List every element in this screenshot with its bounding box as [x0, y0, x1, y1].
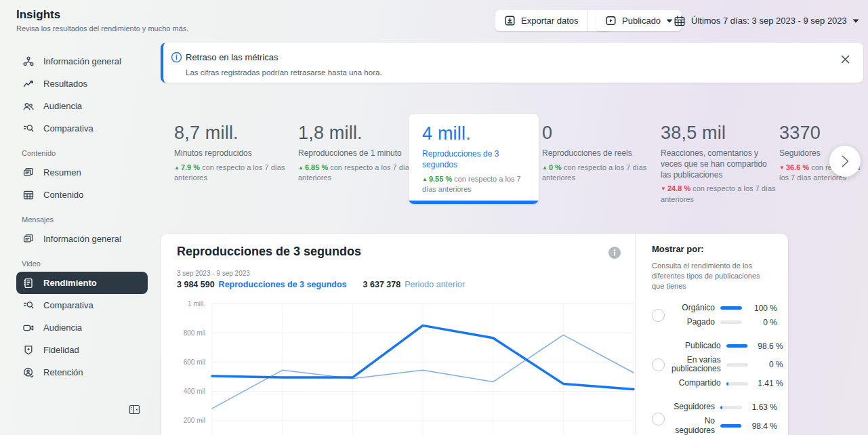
breakdown-row: Orgánico 100 % — [671, 304, 777, 313]
sidebar-item-label: Comparativa — [43, 123, 94, 133]
chart-card: Reproducciones de 3 segundos 3 sep 2023 … — [161, 234, 788, 435]
metric-delta: ▼24.8 % con respecto a los 7 días anteri… — [661, 184, 776, 205]
export-data-button[interactable]: Exportar datos — [495, 10, 587, 31]
breakdown-row: Publicado 98.6 % — [671, 341, 783, 351]
metric-card-reproducciones-reels[interactable]: 0 Reproducciones de reels ▲0 % con respe… — [542, 112, 657, 184]
delta-up-icon: ▲ — [298, 165, 304, 171]
row-percent: 0 % — [747, 318, 777, 327]
line-chart[interactable]: 1 mill.800 mil600 mil400 mil200 mil — [171, 298, 646, 435]
previous-total: 3 637 378 — [363, 280, 401, 289]
metrics-delay-alert: Retraso en las métricas Las cifras regis… — [161, 43, 863, 83]
show-by-group-publicado: Publicado 98.6 % En varias publicaciones… — [652, 341, 777, 389]
page-subtitle: Revisa los resultados del rendimiento y … — [16, 24, 188, 33]
percent-bar — [726, 344, 748, 348]
search-compare-icon — [22, 299, 35, 312]
breakdown-row: Compartido 1.41 % — [671, 379, 783, 388]
delta-down-icon: ▼ — [779, 165, 785, 171]
row-label: Compartido — [671, 379, 721, 388]
sidebar-item-label: Rendimiento — [43, 278, 97, 288]
sidebar-item-label: Información general — [43, 56, 121, 66]
page-title: Insights — [16, 8, 60, 22]
sidebar-item-rendimiento[interactable]: Rendimiento — [16, 272, 148, 294]
chart-title: Reproducciones de 3 segundos — [177, 245, 361, 259]
next-cards-button[interactable] — [829, 146, 861, 177]
svg-text:800 mil: 800 mil — [184, 329, 205, 337]
sidebar-item-label: Contenido — [43, 190, 83, 200]
percent-bar — [726, 363, 748, 367]
sidebar-item-resumen[interactable]: Resumen — [16, 161, 148, 184]
chart-date-range: 3 sep 2023 - 9 sep 2023 — [177, 270, 250, 277]
posts-icon — [22, 233, 35, 245]
current-total: 3 984 590 — [177, 280, 215, 289]
radio-publicado[interactable] — [652, 358, 665, 371]
metric-card-reproducciones-1-minuto[interactable]: 1,8 mill. Reproducciones de 1 minuto ▲6.… — [298, 112, 423, 184]
sidebar-item-audiencia-video[interactable]: Audiencia — [16, 316, 148, 339]
sidebar-item-comparativa-video[interactable]: Comparativa — [16, 294, 148, 316]
metric-value: 0 — [542, 123, 657, 144]
date-range-label: Últimos 7 días: 3 sep 2023 - 9 sep 2023 — [691, 16, 847, 26]
metric-delta: ▲9.55 % con respecto a los 7 días anteri… — [422, 174, 525, 195]
sidebar-item-informacion-general-mensajes[interactable]: Información general — [16, 228, 148, 250]
chevron-right-icon — [842, 155, 849, 167]
metric-card-reproducciones-3-segundos-selected[interactable]: 4 mill. Reproducciones de 3 segundos ▲9.… — [409, 114, 539, 204]
delta-up-icon: ▲ — [542, 165, 547, 171]
person-check-icon — [22, 367, 35, 379]
sidebar-item-audiencia[interactable]: Audiencia — [16, 95, 148, 117]
published-play-icon — [605, 15, 617, 26]
sidebar-item-retencion[interactable]: Retención — [16, 361, 148, 384]
posts-icon — [22, 167, 35, 179]
sidebar-item-fidelidad[interactable]: Fidelidad — [16, 339, 148, 361]
percent-bar — [726, 382, 748, 386]
row-label: Pagado — [671, 318, 715, 327]
close-alert-button[interactable] — [838, 52, 852, 66]
video-camera-icon — [22, 322, 35, 334]
metric-label: Reproducciones de reels — [542, 148, 657, 159]
show-by-title: Mostrar por: — [652, 244, 777, 254]
sidebar-section-mensajes: Mensajes — [16, 206, 148, 228]
percent-bar — [720, 424, 742, 428]
report-icon — [22, 277, 35, 289]
svg-text:200 mil: 200 mil — [184, 417, 205, 424]
sidebar-item-comparativa[interactable]: Comparativa — [16, 117, 148, 140]
trend-icon — [22, 78, 35, 90]
row-percent: 100 % — [747, 304, 777, 313]
export-data-button-group: Exportar datos — [495, 10, 611, 31]
sidebar-item-label: Audiencia — [43, 101, 82, 111]
alert-body: Las cifras registradas podrían retrasars… — [186, 68, 382, 77]
row-label: Publicado — [671, 341, 721, 351]
info-icon — [171, 51, 182, 63]
sidebar-section-contenido: Contenido — [16, 140, 148, 161]
metric-card-minutos-reproducidos[interactable]: 8,7 mill. Minutos reproducidos ▲7.9 % co… — [174, 112, 296, 184]
collapse-sidebar-button[interactable] — [129, 404, 140, 415]
caret-down-icon — [852, 19, 859, 23]
date-range-filter[interactable]: Últimos 7 días: 3 sep 2023 - 9 sep 2023 — [674, 10, 859, 31]
percent-bar — [720, 306, 742, 310]
sidebar-item-contenido[interactable]: Contenido — [16, 184, 148, 206]
metric-delta: ▲6.85 % con respecto a los 7 días anteri… — [298, 163, 423, 184]
export-data-label: Exportar datos — [521, 16, 579, 26]
current-series-label: Reproducciones de 3 segundos — [219, 280, 347, 289]
breakdown-row: No seguidores 98.4 % — [671, 417, 777, 435]
chart-info-icon[interactable] — [608, 246, 621, 260]
metric-card-reacciones-comentarios[interactable]: 38,5 mil Reacciones, comentarios y veces… — [661, 112, 776, 205]
row-percent: 0 % — [753, 360, 783, 369]
radio-seguidores[interactable] — [652, 413, 665, 426]
show-by-group-seguidores: Seguidores 1.63 % No seguidores 98.4 % — [652, 402, 777, 435]
metric-value: 8,7 mill. — [174, 123, 296, 144]
sidebar-item-label: Audiencia — [43, 323, 82, 333]
metric-label: Reproducciones de 1 minuto — [298, 148, 423, 159]
sidebar-item-informacion-general[interactable]: Información general — [16, 50, 148, 72]
sidebar-item-resultados[interactable]: Resultados — [16, 72, 148, 95]
published-filter-button[interactable]: Publicado — [596, 10, 682, 31]
sidebar-item-label: Comparativa — [43, 300, 94, 310]
sidebar-item-label: Fidelidad — [43, 345, 79, 355]
badge-icon — [22, 344, 35, 356]
radio-organico-pagado[interactable] — [652, 309, 665, 322]
sidebar-nav: Información general Resultados Audiencia — [16, 50, 148, 384]
metric-value: 4 mill. — [422, 123, 525, 144]
metric-label: Reproducciones de 3 segundos — [422, 149, 517, 171]
show-by-description: Consulta el rendimiento de los diferente… — [652, 261, 774, 291]
alert-title: Retraso en las métricas — [186, 52, 278, 62]
delta-up-icon: ▲ — [422, 176, 428, 182]
row-label: En varias publicaciones — [671, 356, 721, 375]
